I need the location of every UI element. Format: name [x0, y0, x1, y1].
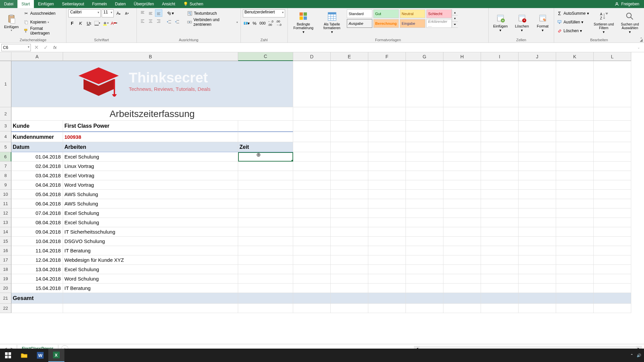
selected-cell[interactable]: ⊕: [238, 152, 293, 162]
fill-button[interactable]: Ausfüllen▾: [556, 18, 590, 26]
cell[interactable]: [331, 61, 368, 107]
autosum-button[interactable]: ΣAutoSumme▾: [556, 9, 590, 17]
cell[interactable]: [594, 61, 631, 107]
cell[interactable]: [406, 304, 443, 313]
column-header-K[interactable]: K: [556, 52, 594, 61]
cell[interactable]: [443, 246, 481, 255]
cell[interactable]: [556, 218, 594, 227]
cell[interactable]: 12.04.2018: [11, 255, 63, 265]
style-schlecht[interactable]: Schlecht: [426, 9, 452, 18]
row-header-2[interactable]: 2: [0, 107, 11, 121]
cell[interactable]: [63, 293, 238, 304]
row-header-15[interactable]: 15: [0, 237, 11, 246]
cell[interactable]: [519, 237, 556, 246]
cell[interactable]: [443, 152, 481, 162]
tab-ansicht[interactable]: Ansicht: [158, 0, 179, 8]
cell[interactable]: [519, 152, 556, 162]
cell[interactable]: First Class Power: [63, 121, 238, 131]
cell[interactable]: [238, 171, 293, 180]
cell[interactable]: [331, 227, 368, 237]
cell[interactable]: [368, 180, 406, 190]
tell-me-search[interactable]: 💡 Suchen: [183, 0, 203, 8]
cell[interactable]: [594, 162, 631, 171]
cell[interactable]: Webdesign für Kunde XYZ: [63, 255, 238, 265]
cell[interactable]: [406, 218, 443, 227]
cell[interactable]: Word Schulung: [63, 274, 238, 284]
cell[interactable]: [481, 284, 519, 293]
cell[interactable]: [594, 199, 631, 208]
style-eingabe[interactable]: Eingabe: [400, 19, 425, 28]
cell[interactable]: [368, 227, 406, 237]
cell[interactable]: [594, 284, 631, 293]
cell[interactable]: [556, 142, 594, 152]
expand-formula-bar-button[interactable]: ⌄: [635, 44, 643, 51]
find-select-button[interactable]: Suchen und Auswählen▾: [618, 9, 642, 36]
name-box[interactable]: C6: [1, 44, 31, 51]
cell[interactable]: [331, 293, 368, 304]
title-cell[interactable]: Arbeitszeiterfassung: [11, 107, 293, 121]
cell[interactable]: [594, 293, 631, 304]
cell[interactable]: [406, 190, 443, 199]
style-scroll-up[interactable]: ▴: [452, 9, 458, 15]
cell[interactable]: [519, 274, 556, 284]
cell[interactable]: [293, 171, 331, 180]
cell[interactable]: [594, 152, 631, 162]
cell[interactable]: [594, 304, 631, 313]
cell[interactable]: 04.04.2018: [11, 180, 63, 190]
fill-color-button[interactable]: ▾: [102, 19, 109, 27]
cell[interactable]: [594, 107, 631, 121]
row-header-7[interactable]: 7: [0, 162, 11, 171]
cell[interactable]: [293, 131, 331, 142]
cell[interactable]: [443, 61, 481, 107]
cell[interactable]: [443, 142, 481, 152]
row-header-12[interactable]: 12: [0, 208, 11, 218]
cell[interactable]: [238, 208, 293, 218]
cell[interactable]: [481, 208, 519, 218]
comma-button[interactable]: 000: [259, 19, 266, 27]
format-cells-button[interactable]: Format▾: [534, 9, 552, 36]
cell[interactable]: [556, 255, 594, 265]
cell[interactable]: [368, 255, 406, 265]
tray-volume-icon[interactable]: 🔊: [637, 353, 641, 358]
cell[interactable]: [331, 304, 368, 313]
row-header-16[interactable]: 16: [0, 246, 11, 255]
increase-font-button[interactable]: A▴: [115, 10, 122, 17]
cell[interactable]: [331, 208, 368, 218]
number-format-select[interactable]: Benutzerdefiniert: [243, 9, 285, 17]
cell[interactable]: [238, 304, 293, 313]
cell[interactable]: [519, 265, 556, 274]
start-button[interactable]: [0, 349, 16, 362]
cell[interactable]: [481, 180, 519, 190]
cell[interactable]: [556, 237, 594, 246]
font-color-button[interactable]: A▾: [110, 19, 118, 27]
cell[interactable]: [368, 152, 406, 162]
cell[interactable]: [293, 255, 331, 265]
cell[interactable]: [11, 304, 63, 313]
cell[interactable]: [443, 293, 481, 304]
tray-chevron-icon[interactable]: ⌃: [630, 353, 633, 358]
cell[interactable]: [331, 121, 368, 131]
share-button[interactable]: Freigeben: [610, 0, 644, 8]
cell[interactable]: [556, 246, 594, 255]
taskbar-excel[interactable]: X: [48, 349, 64, 362]
cell[interactable]: DSGVO Schulung: [63, 237, 238, 246]
cell[interactable]: [443, 190, 481, 199]
cell[interactable]: [238, 131, 293, 142]
tab-formeln[interactable]: Formeln: [88, 0, 111, 8]
cell[interactable]: [368, 171, 406, 180]
cell[interactable]: 11.04.2018: [11, 246, 63, 255]
cell[interactable]: [556, 265, 594, 274]
cell[interactable]: [443, 180, 481, 190]
cell[interactable]: [368, 265, 406, 274]
cell[interactable]: [443, 131, 481, 142]
cut-button[interactable]: ✂ Ausschneiden: [23, 9, 64, 17]
cell[interactable]: Zeit: [238, 142, 293, 152]
cell[interactable]: [443, 255, 481, 265]
cell[interactable]: [238, 162, 293, 171]
cell[interactable]: [594, 190, 631, 199]
cell[interactable]: [63, 304, 238, 313]
cell[interactable]: [556, 152, 594, 162]
cell[interactable]: [406, 208, 443, 218]
cell[interactable]: [519, 107, 556, 121]
cell[interactable]: [594, 255, 631, 265]
